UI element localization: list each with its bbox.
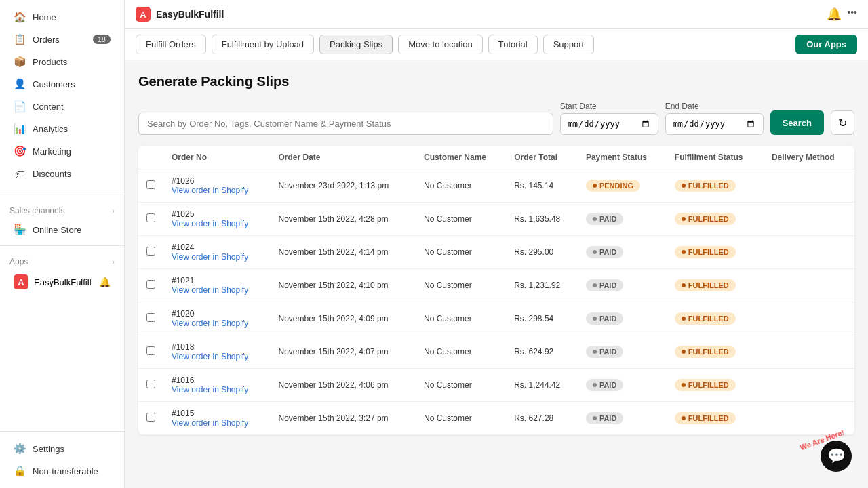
- row-checkbox[interactable]: [146, 180, 155, 189]
- table-row: #1020 View order in Shopify November 15t…: [138, 302, 854, 336]
- row-checkbox[interactable]: [146, 413, 155, 422]
- row-checkbox[interactable]: [146, 346, 155, 355]
- search-input[interactable]: [138, 113, 553, 135]
- payment-status-badge: PAID: [586, 246, 623, 258]
- row-checkbox[interactable]: [146, 214, 155, 222]
- tab-fulfill-orders[interactable]: Fulfill Orders: [136, 35, 206, 54]
- row-checkbox-cell: [138, 169, 163, 203]
- row-checkbox-cell: [138, 269, 163, 302]
- row-checkbox[interactable]: [146, 247, 155, 256]
- cell-order-no: #1024 View order in Shopify: [163, 236, 271, 269]
- sidebar-item-non-transferable[interactable]: 🔒 Non-transferable: [4, 460, 120, 482]
- col-fulfillment-status: Fulfillment Status: [667, 146, 764, 169]
- sidebar-item-home[interactable]: 🏠 Home: [4, 6, 120, 28]
- cell-order-no: #1021 View order in Shopify: [163, 269, 271, 302]
- sidebar-item-marketing[interactable]: 🎯 Marketing: [4, 140, 120, 162]
- tab-fulfillment-upload[interactable]: Fulfillment by Upload: [212, 35, 314, 54]
- row-checkbox[interactable]: [146, 280, 155, 289]
- payment-status-badge: PAID: [586, 312, 623, 325]
- cell-delivery-method: [764, 203, 854, 236]
- view-order-link[interactable]: View order in Shopify: [172, 385, 262, 394]
- app-logo: A: [136, 7, 151, 22]
- search-row: Start Date End Date Search ↻: [138, 102, 854, 135]
- table-row: #1026 View order in Shopify November 23r…: [138, 169, 854, 203]
- cell-order-total: Rs. 145.14: [506, 169, 578, 203]
- orders-badge: 18: [93, 35, 111, 44]
- fulfillment-dot: [682, 217, 686, 221]
- cell-order-total: Rs. 1,231.92: [506, 269, 578, 302]
- row-checkbox-cell: [138, 336, 163, 369]
- view-order-link[interactable]: View order in Shopify: [172, 285, 262, 295]
- chat-icon: 💬: [827, 447, 846, 465]
- cell-order-date: November 15th 2022, 4:09 pm: [271, 302, 416, 336]
- view-order-link[interactable]: View order in Shopify: [172, 252, 262, 262]
- sidebar-item-analytics[interactable]: 📊 Analytics: [4, 118, 120, 140]
- our-apps-button[interactable]: Our Apps: [795, 35, 857, 54]
- sidebar-item-label: Marketing: [33, 146, 71, 157]
- cell-order-no: #1016 View order in Shopify: [163, 369, 271, 402]
- payment-status-badge: PAID: [586, 412, 623, 424]
- chat-button[interactable]: 💬: [821, 441, 852, 472]
- more-options-icon[interactable]: •••: [847, 7, 857, 22]
- sidebar-item-orders[interactable]: 📋 Orders 18: [4, 28, 120, 50]
- refresh-button[interactable]: ↻: [831, 110, 854, 135]
- cell-customer-name: No Customer: [416, 336, 506, 369]
- search-button[interactable]: Search: [770, 110, 824, 135]
- cell-payment-status: PAID: [578, 336, 667, 369]
- row-checkbox[interactable]: [146, 313, 155, 322]
- tab-packing-slips[interactable]: Packing Slips: [319, 35, 393, 54]
- sidebar-item-settings[interactable]: ⚙️ Settings: [4, 438, 120, 460]
- view-order-link[interactable]: View order in Shopify: [172, 186, 262, 195]
- sidebar-item-discounts[interactable]: 🏷 Discounts: [4, 163, 120, 184]
- cell-payment-status: PAID: [578, 203, 667, 236]
- col-order-date: Order Date: [271, 146, 416, 169]
- fulfillment-dot: [682, 250, 686, 254]
- fulfillment-dot: [682, 416, 686, 420]
- table-row: #1018 View order in Shopify November 15t…: [138, 336, 854, 369]
- end-date-input[interactable]: [665, 113, 764, 135]
- sidebar-item-products[interactable]: 📦 Products: [4, 51, 120, 73]
- sidebar-item-customers[interactable]: 👤 Customers: [4, 73, 120, 95]
- chevron-right-icon: ›: [112, 258, 115, 266]
- sidebar-item-label: Analytics: [33, 124, 68, 134]
- fulfillment-status-badge: FULFILLED: [675, 279, 736, 291]
- start-date-input[interactable]: [560, 113, 658, 135]
- tab-tutorial[interactable]: Tutorial: [488, 35, 538, 54]
- cell-payment-status: PENDING: [578, 169, 667, 203]
- table-row: #1021 View order in Shopify November 15t…: [138, 269, 854, 302]
- view-order-link[interactable]: View order in Shopify: [172, 418, 262, 428]
- tab-move-location[interactable]: Move to location: [398, 35, 483, 54]
- sidebar-item-content[interactable]: 📄 Content: [4, 96, 120, 117]
- payment-dot: [593, 184, 597, 188]
- view-order-link[interactable]: View order in Shopify: [172, 319, 262, 328]
- table-row: #1015 View order in Shopify November 15t…: [138, 402, 854, 435]
- row-checkbox[interactable]: [146, 380, 155, 388]
- cell-customer-name: No Customer: [416, 302, 506, 336]
- notification-icon[interactable]: 🔔: [827, 7, 842, 22]
- tab-support[interactable]: Support: [543, 35, 595, 54]
- sidebar-main-nav: 🏠 Home 📋 Orders 18 📦 Products 👤 Customer…: [0, 0, 124, 190]
- row-checkbox-cell: [138, 203, 163, 236]
- sidebar-item-label: Online Store: [33, 225, 81, 235]
- view-order-link[interactable]: View order in Shopify: [172, 219, 262, 228]
- order-number: #1018: [172, 342, 194, 352]
- cell-customer-name: No Customer: [416, 269, 506, 302]
- fulfillment-status-badge: FULFILLED: [675, 246, 736, 258]
- fulfillment-dot: [682, 350, 686, 354]
- cell-order-total: Rs. 298.54: [506, 302, 578, 336]
- fulfillment-dot: [682, 317, 686, 321]
- search-input-wrap: [138, 113, 553, 135]
- sidebar-item-online-store[interactable]: 🏪 Online Store: [4, 219, 120, 241]
- analytics-icon: 📊: [14, 123, 26, 135]
- app-name-label: EasyBulkFulfill: [34, 277, 92, 287]
- view-order-link[interactable]: View order in Shopify: [172, 352, 262, 361]
- content-area: Generate Packing Slips Start Date End Da…: [125, 60, 868, 488]
- fulfillment-dot: [682, 184, 686, 188]
- col-delivery-method: Delivery Method: [764, 146, 854, 169]
- sidebar-item-easybulkfulfill[interactable]: A EasyBulkFulfill 🔔: [4, 270, 120, 294]
- cell-fulfillment-status: FULFILLED: [667, 369, 764, 402]
- row-checkbox-cell: [138, 302, 163, 336]
- cell-order-date: November 15th 2022, 4:28 pm: [271, 203, 416, 236]
- fulfillment-dot: [682, 283, 686, 287]
- sidebar: 🏠 Home 📋 Orders 18 📦 Products 👤 Customer…: [0, 0, 125, 488]
